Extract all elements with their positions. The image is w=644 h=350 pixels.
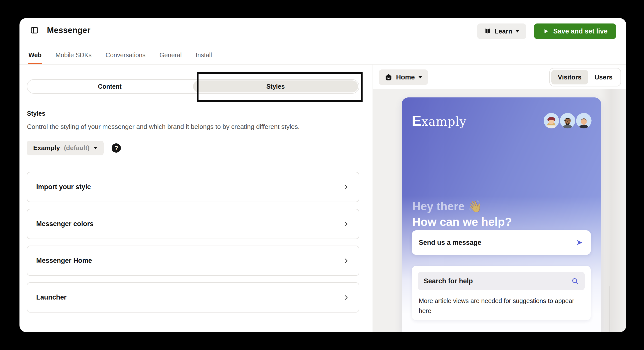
search-icon: [571, 277, 579, 285]
teammate-avatars: [543, 113, 592, 128]
save-button-label: Save and set live: [553, 28, 608, 35]
tab-conversations[interactable]: Conversations: [105, 50, 146, 65]
page-title: Messenger: [47, 26, 90, 35]
card-messenger-home[interactable]: Messenger Home: [27, 246, 359, 276]
chevron-right-icon: [343, 294, 349, 301]
styles-section-description: Control the styling of your messenger an…: [27, 123, 300, 131]
chevron-down-icon: [94, 147, 97, 149]
preview-panel: Examply: [373, 89, 626, 332]
learn-button[interactable]: Learn: [477, 24, 526, 39]
active-tab-underline: [28, 63, 42, 64]
book-icon: [484, 28, 491, 35]
brand-logo: Examply: [412, 113, 466, 128]
messenger-home-icon: [385, 74, 392, 81]
toggle-visitors[interactable]: Visitors: [551, 70, 588, 85]
tab-general-label: General: [160, 52, 182, 59]
tab-web-label: Web: [28, 52, 42, 59]
avatar: [576, 113, 592, 128]
send-icon: [576, 239, 583, 246]
help-icon[interactable]: ?: [112, 143, 121, 153]
tab-install[interactable]: Install: [195, 50, 212, 65]
tab-web[interactable]: Web: [28, 50, 42, 65]
app-window: Messenger Learn: [20, 18, 626, 332]
search-input-label: Search for help: [424, 277, 473, 285]
avatar: [560, 113, 575, 128]
styles-section-heading: Styles: [27, 110, 46, 117]
preview-screen-dropdown[interactable]: Home: [379, 70, 428, 85]
sidebar-toggle-icon[interactable]: [30, 26, 39, 35]
card-label: Import your style: [36, 183, 91, 191]
card-messenger-colors[interactable]: Messenger colors: [27, 209, 359, 239]
card-import-your-style[interactable]: Import your style: [27, 172, 359, 202]
card-label: Messenger colors: [36, 220, 94, 228]
audience-toggle: Visitors Users: [549, 68, 621, 87]
content-styles-segmented-control: Content Styles: [27, 79, 359, 94]
messenger-preview: Examply: [402, 97, 601, 332]
card-launcher[interactable]: Launcher: [27, 282, 359, 312]
help-icon-glyph: ?: [114, 145, 118, 152]
tab-install-label: Install: [196, 52, 212, 59]
search-input[interactable]: Search for help: [418, 272, 585, 290]
chevron-right-icon: [343, 184, 349, 190]
avatar: [544, 113, 559, 128]
tab-conversations-label: Conversations: [106, 52, 146, 59]
toggle-users[interactable]: Users: [588, 70, 619, 85]
brand-logo-initial: E: [412, 113, 422, 128]
chevron-down-icon: [516, 30, 519, 33]
greeting: Hey there 👋 How can we help?: [412, 199, 512, 230]
brand-row: Examply: [412, 113, 592, 128]
chevron-down-icon: [418, 76, 422, 79]
header-actions: Learn Save and set live: [477, 24, 616, 39]
style-selector-name: Examply: [33, 144, 60, 152]
learn-button-label: Learn: [495, 28, 512, 35]
brand-logo-rest: xamply: [422, 115, 466, 127]
card-label: Messenger Home: [36, 257, 92, 264]
card-label: Launcher: [36, 293, 67, 301]
tab-mobile-sdks[interactable]: Mobile SDKs: [55, 50, 92, 65]
chevron-right-icon: [343, 221, 349, 227]
top-tabs: Web Mobile SDKs Conversations General In…: [28, 50, 212, 65]
tab-general[interactable]: General: [159, 50, 182, 65]
greeting-line-2: How can we help?: [412, 214, 512, 230]
screenshot-stage: Messenger Learn: [0, 0, 644, 350]
send-message-card[interactable]: Send us a message: [412, 230, 591, 255]
header-left: Messenger: [30, 26, 90, 35]
send-message-label: Send us a message: [419, 239, 482, 247]
style-selector-default-suffix: (default): [64, 144, 90, 152]
greeting-line-1: Hey there 👋: [412, 199, 512, 214]
segment-content[interactable]: Content: [27, 80, 192, 93]
search-help-card: Search for help More article views are n…: [412, 266, 591, 320]
preview-header: Home Visitors Users: [373, 65, 626, 89]
chevron-right-icon: [343, 258, 349, 264]
preview-scrollbar[interactable]: [610, 286, 610, 332]
segment-styles[interactable]: Styles: [193, 81, 358, 92]
save-and-set-live-button[interactable]: Save and set live: [534, 24, 616, 39]
suggestions-note: More article views are needed for sugges…: [419, 296, 584, 316]
tab-mobile-sdks-label: Mobile SDKs: [56, 52, 92, 59]
app-header: Messenger Learn: [20, 18, 626, 50]
play-icon: [542, 28, 549, 35]
style-selector-dropdown[interactable]: Examply (default): [27, 141, 104, 155]
preview-screen-label: Home: [396, 74, 415, 81]
